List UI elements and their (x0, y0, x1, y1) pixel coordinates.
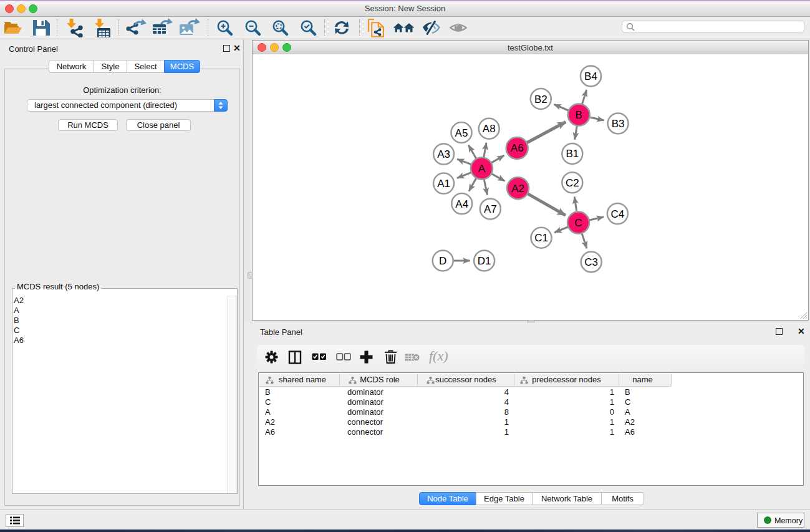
svg-text:A5: A5 (455, 127, 468, 139)
svg-text:D1: D1 (478, 255, 491, 267)
svg-text:A7: A7 (484, 203, 497, 215)
svg-text:B2: B2 (534, 94, 547, 105)
svg-text:B3: B3 (612, 118, 625, 130)
svg-text:D: D (439, 255, 446, 267)
svg-text:A2: A2 (511, 183, 524, 195)
svg-text:B1: B1 (566, 148, 579, 160)
svg-text:C3: C3 (584, 256, 598, 268)
svg-text:A6: A6 (511, 142, 524, 154)
svg-text:C2: C2 (566, 177, 579, 189)
svg-text:B4: B4 (584, 70, 597, 82)
svg-text:A8: A8 (483, 123, 496, 135)
svg-text:C4: C4 (611, 208, 625, 220)
svg-text:B: B (576, 109, 582, 121)
svg-text:A: A (478, 163, 486, 175)
svg-text:C1: C1 (534, 232, 548, 244)
svg-text:C: C (574, 217, 582, 229)
svg-text:A1: A1 (437, 178, 450, 190)
svg-text:A3: A3 (437, 148, 450, 160)
svg-text:A4: A4 (455, 198, 468, 210)
